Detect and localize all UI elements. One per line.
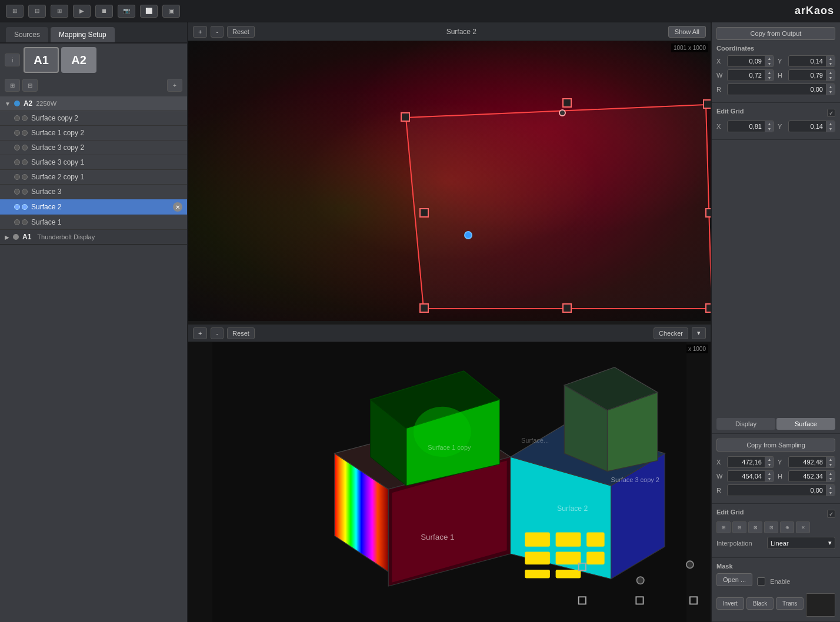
checker-dropdown-button[interactable]: ▾ [692, 327, 706, 339]
bottom-coord-w-field[interactable]: 454,04 ▲ ▼ [727, 470, 774, 482]
editgrid-y-up[interactable]: ▲ [826, 121, 835, 126]
coord-y-field[interactable]: 0,14 ▲ ▼ [788, 55, 835, 67]
top-canvas[interactable]: 1001 x 1000 [188, 41, 711, 321]
edit-grid-top-row: Edit Grid ✓ [716, 108, 835, 118]
close-surface2-button[interactable]: ✕ [173, 202, 182, 212]
tree-item-surface2-copy1[interactable]: Surface 2 copy 1 [0, 170, 187, 185]
tree-item-surface3-copy1[interactable]: Surface 3 copy 1 [0, 155, 187, 170]
coord-w-field[interactable]: 0,72 ▲ ▼ [727, 69, 774, 81]
copy-from-sampling-button[interactable]: Copy from Sampling [716, 439, 835, 452]
tab-mapping[interactable]: Mapping Setup [51, 27, 115, 42]
bottom-coord-y-up[interactable]: ▲ [826, 457, 835, 462]
mask-trans-button[interactable]: Trans [776, 597, 804, 610]
mask-enable-checkbox[interactable] [757, 577, 765, 586]
bottom-coord-w-spins: ▲ ▼ [765, 471, 774, 481]
grid-icon-align3[interactable]: ⊠ [748, 521, 762, 533]
bottom-coord-h-up[interactable]: ▲ [826, 471, 835, 476]
coord-h-field[interactable]: 0,79 ▲ ▼ [788, 69, 835, 81]
tree-item-surface3-copy2[interactable]: Surface 3 copy 2 [0, 141, 187, 155]
bottom-coord-x-up[interactable]: ▲ [765, 457, 774, 462]
grid-icon-align4[interactable]: ⊡ [764, 521, 778, 533]
grid-icon-delete[interactable]: ✕ [796, 521, 810, 533]
tree-item-surface2[interactable]: Surface 2 ✕ [0, 199, 187, 215]
coord-w-up[interactable]: ▲ [765, 70, 774, 75]
preview-tab-a1[interactable]: A1 [24, 47, 59, 73]
tree-item-surface-copy2-2[interactable]: Surface copy 2 [0, 111, 187, 126]
coord-y-up[interactable]: ▲ [826, 56, 835, 61]
coord-x-field[interactable]: 0,09 ▲ ▼ [727, 55, 774, 67]
toolbar-icon-4[interactable]: ▶ [73, 5, 91, 18]
edit-grid-bottom-checkbox[interactable]: ✓ [827, 510, 835, 518]
bottom-coord-w-down[interactable]: ▼ [765, 476, 774, 481]
grid-icon-2[interactable]: ⊟ [22, 79, 38, 92]
coord-r-field[interactable]: 0,00 ▲ ▼ [727, 83, 835, 95]
toolbar-icon-7[interactable]: ⬜ [140, 5, 158, 18]
mask-open-button[interactable]: Open ... [716, 573, 752, 586]
toolbar-icon-2[interactable]: ⊟ [28, 5, 46, 18]
grid-icon-align1[interactable]: ⊞ [716, 521, 731, 533]
preview-tabs: i A1 A2 [0, 44, 187, 76]
top-minus-button[interactable]: - [211, 26, 224, 38]
coord-h-down[interactable]: ▼ [826, 75, 835, 81]
toolbar-icon-6[interactable]: 📷 [118, 5, 135, 18]
coord-x-up[interactable]: ▲ [765, 56, 774, 61]
mask-black-button[interactable]: Black [746, 597, 774, 610]
grid-icon-align5[interactable]: ⊕ [780, 521, 794, 533]
bottom-coord-r-field[interactable]: 0,00 ▲ ▼ [727, 484, 835, 496]
top-reset-button[interactable]: Reset [227, 26, 255, 38]
coord-y-down[interactable]: ▼ [826, 61, 835, 66]
coord-x-down[interactable]: ▼ [765, 61, 774, 66]
checker-button[interactable]: Checker [654, 327, 688, 339]
tree-item-surface1-copy2[interactable]: Surface 1 copy 2 [0, 126, 187, 141]
bottom-coord-y-down[interactable]: ▼ [826, 462, 835, 467]
bottom-add-button[interactable]: + [193, 327, 207, 339]
mask-invert-button[interactable]: Invert [716, 597, 744, 610]
editgrid-x-down[interactable]: ▼ [765, 126, 774, 132]
bottom-coord-r-down[interactable]: ▼ [826, 490, 835, 496]
toolbar-icon-8[interactable]: ▣ [162, 5, 180, 18]
tab-sources[interactable]: Sources [6, 27, 48, 42]
bottom-reset-button[interactable]: Reset [227, 327, 255, 339]
show-all-button[interactable]: Show All [668, 26, 706, 38]
toolbar-icon-5[interactable]: ⏹ [95, 5, 113, 18]
toolbar-icon-1[interactable]: ⊞ [6, 5, 24, 18]
bottom-minus-button[interactable]: - [211, 327, 224, 339]
tab-surface[interactable]: Surface [776, 418, 835, 430]
coord-w-down[interactable]: ▼ [765, 75, 774, 81]
editgrid-x-field[interactable]: 0,81 ▲ ▼ [727, 121, 774, 132]
dot-pair [14, 115, 28, 121]
toolbar-icon-3[interactable]: ⊞ [51, 5, 68, 18]
interpolation-select[interactable]: Linear ▾ [767, 537, 835, 549]
tab-display[interactable]: Display [716, 418, 775, 430]
coord-r-up[interactable]: ▲ [826, 84, 835, 89]
bottom-coord-y-field[interactable]: 492,48 ▲ ▼ [788, 456, 835, 468]
edit-grid-top-checkbox[interactable]: ✓ [827, 109, 835, 117]
bottom-coord-x-value: 472,16 [728, 457, 765, 467]
bottom-coord-h-field[interactable]: 452,34 ▲ ▼ [788, 470, 835, 482]
tree-item-surface3[interactable]: Surface 3 [0, 185, 187, 199]
grid-icon-align2[interactable]: ⊟ [732, 521, 746, 533]
editgrid-x-up[interactable]: ▲ [765, 121, 774, 126]
tree-group-a2[interactable]: ▼ A2 2250W [0, 96, 187, 111]
coord-h-up[interactable]: ▲ [826, 70, 835, 75]
grid-icon-1[interactable]: ⊞ [5, 79, 20, 92]
top-add-button[interactable]: + [193, 26, 207, 38]
add-surface-icon[interactable]: + [167, 79, 182, 92]
copy-from-output-button[interactable]: Copy from Output [716, 27, 835, 40]
bottom-coord-x-field[interactable]: 472,16 ▲ ▼ [727, 456, 774, 468]
dot1 [14, 115, 20, 121]
bottom-coord-x-down[interactable]: ▼ [765, 462, 774, 467]
preview-tab-a2[interactable]: A2 [61, 47, 96, 73]
tree-group-a1[interactable]: ▶ A1 Thunderbolt Display [0, 230, 187, 245]
bottom-coord-h-down[interactable]: ▼ [826, 476, 835, 481]
bottom-coord-r-up[interactable]: ▲ [826, 485, 835, 490]
tree-item-surface1[interactable]: Surface 1 [0, 215, 187, 230]
editgrid-y-down[interactable]: ▼ [826, 126, 835, 132]
svg-text:Surface 1: Surface 1 [421, 533, 454, 541]
bottom-canvas[interactable]: 1001 x 1000 [188, 342, 711, 622]
solo-icon[interactable]: i [5, 53, 20, 66]
editgrid-y-field[interactable]: 0,14 ▲ ▼ [788, 121, 835, 132]
editgrid-x-value: 0,81 [728, 121, 765, 132]
coord-r-down[interactable]: ▼ [826, 89, 835, 95]
bottom-coord-w-up[interactable]: ▲ [765, 471, 774, 476]
